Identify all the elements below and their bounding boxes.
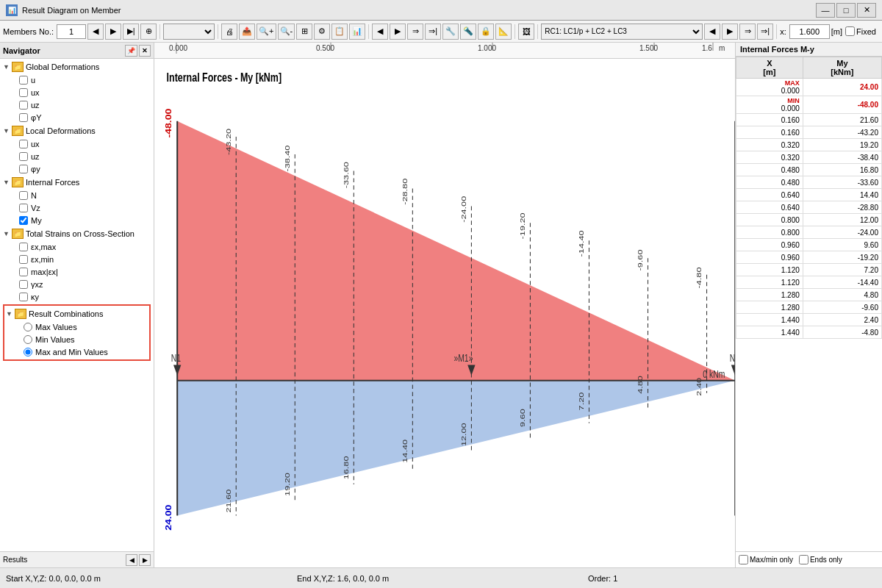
table-btn[interactable]: 📋 [331,24,348,40]
navigator-panel: Navigator 📌 ✕ ▼ 📁 Global Deformations u … [0,43,154,567]
group-internal-forces-header[interactable]: ▼ 📁 Internal Forces [1,176,152,189]
label-min-values: Min Values [35,335,75,344]
rc-select[interactable]: RC1: LC1/p + LC2 + LC3 [541,24,703,40]
checkbox-ex-min[interactable] [19,255,28,264]
checkbox-ux-local[interactable] [19,140,28,148]
close-button[interactable]: ✕ [857,3,876,18]
lock-btn[interactable]: 🔒 [478,24,494,40]
radio-max-values[interactable] [24,323,32,331]
table-row: 0.640-28.80 [736,201,882,214]
nav-end-btn[interactable]: ▶| [123,24,139,40]
cell-my: 21.60 [803,114,881,126]
radio-max-min-values[interactable] [24,348,32,356]
maximize-button[interactable]: □ [836,3,856,18]
print-btn[interactable]: 🖨 [221,24,237,40]
val-upper-4: -28.80 [401,179,409,205]
table-row: 0.320-38.40 [736,151,882,164]
cell-x: 1.280 [736,301,803,314]
svg-text:1.6: 1.6 [702,44,712,52]
export2-btn[interactable]: 📊 [349,24,365,40]
arrow-rc: ▼ [6,310,15,318]
checkbox-ux-global[interactable] [19,88,28,97]
table-row: 0.160-43.20 [736,126,882,139]
x-input[interactable] [789,24,830,39]
item-My: My [1,214,152,226]
minimize-button[interactable]: — [816,3,835,18]
nav-next-btn[interactable]: ▶ [105,24,121,40]
members-input[interactable] [57,24,86,39]
rc-prev-btn[interactable]: ◀ [704,24,720,40]
nav2-next-btn[interactable]: ▶ [390,24,406,40]
checkbox-max-abs-ex[interactable] [19,268,28,276]
ends-only-checkbox[interactable] [799,555,808,564]
group-global-deformations-header[interactable]: ▼ 📁 Global Deformations [1,60,152,74]
filter-btn[interactable]: 🔦 [460,24,476,40]
cell-x: 1.120 [736,264,803,276]
checkbox-phiY[interactable] [19,113,28,122]
config-btn[interactable]: 🔧 [442,24,459,40]
status-order: Order: 1 [588,574,876,583]
diagram-canvas[interactable]: Internal Forces - My [kNm] [154,59,735,567]
val-upper-5: -24.00 [460,196,467,223]
sep3 [368,24,369,39]
max-min-only-checkbox[interactable] [739,555,748,564]
checkbox-N[interactable] [19,191,28,200]
rc-next-btn[interactable]: ▶ [722,24,738,40]
cell-x: 0.160 [736,114,803,126]
table-row: 0.80012.00 [736,214,882,226]
folder-icon-local: 📁 [12,126,24,136]
max-min-only-label[interactable]: Max/min only [739,555,793,564]
ends-only-label[interactable]: Ends only [799,555,842,564]
checkbox-uz-global[interactable] [19,101,28,110]
right-table-scroll[interactable]: X[m] My[kNm] MAX0.00024.00MIN0.000-48.00… [736,57,882,551]
group-global-label: Global Deformations [26,62,99,71]
svg-marker-13 [177,381,735,516]
nav2-more-btn[interactable]: ⇒ [407,24,423,40]
label-N1: N1 [171,353,181,365]
checkbox-phiy[interactable] [19,165,28,173]
checkbox-ex-max[interactable] [19,243,28,251]
nav-bottom-next[interactable]: ▶ [139,554,151,566]
table-row: 0.960-19.20 [736,251,882,264]
item-max-values: Max Values [6,320,148,333]
fixed-checkbox[interactable] [845,26,855,36]
statusbar: Start X,Y,Z: 0.0, 0.0, 0.0 m End X,Y,Z: … [0,567,882,588]
view-select[interactable] [163,24,215,40]
item-max-min-values: Max and Min Values [6,345,148,358]
checkbox-uz-local[interactable] [19,152,28,161]
table-row: 1.120-14.40 [736,276,882,289]
rc-nav-btn[interactable]: ⇒ [739,24,756,40]
checkbox-ky[interactable] [19,293,28,301]
nav-bottom-prev[interactable]: ◀ [126,554,137,566]
group-internal-forces: ▼ 📁 Internal Forces N Vz My [1,176,152,226]
select-btn[interactable]: ⊕ [140,24,157,40]
img-btn[interactable]: 🖼 [518,24,534,40]
nav2-end-btn[interactable]: ⇒| [425,24,441,40]
zoom-out-btn[interactable]: 🔍- [278,24,295,40]
values-btn[interactable]: 📐 [495,24,512,40]
checkbox-u[interactable] [19,76,28,85]
result-combinations-header[interactable]: ▼ 📁 Result Combinations [6,307,148,320]
members-label: Members No.: [3,27,54,36]
group-local-deformations-header[interactable]: ▼ 📁 Local Deformations [1,124,152,137]
fit-btn[interactable]: ⊞ [296,24,312,40]
checkbox-gxz[interactable] [19,280,28,289]
cell-my: 16.80 [803,164,881,176]
settings-btn[interactable]: ⚙ [314,24,330,40]
group-total-strains-header[interactable]: ▼ 📁 Total Strains on Cross-Section [1,227,152,240]
nav-bottom: Results ◀ ▶ [0,551,154,567]
result-combinations-box: ▼ 📁 Result Combinations Max Values Min V… [3,304,151,361]
export-btn[interactable]: 📤 [239,24,255,40]
label-N2: N2 [730,353,735,365]
folder-icon-internal: 📁 [12,177,24,187]
radio-min-values[interactable] [24,335,32,344]
nav-close-btn[interactable]: ✕ [139,45,151,57]
arrow-internal: ▼ [3,179,12,186]
nav-pin-btn[interactable]: 📌 [125,45,137,57]
rc-end-btn[interactable]: ⇒| [757,24,773,40]
checkbox-My[interactable] [19,216,28,225]
nav2-prev-btn[interactable]: ◀ [372,24,388,40]
checkbox-Vz[interactable] [19,204,28,212]
zoom-in-btn[interactable]: 🔍+ [257,24,276,40]
nav-prev-btn[interactable]: ◀ [87,24,104,40]
